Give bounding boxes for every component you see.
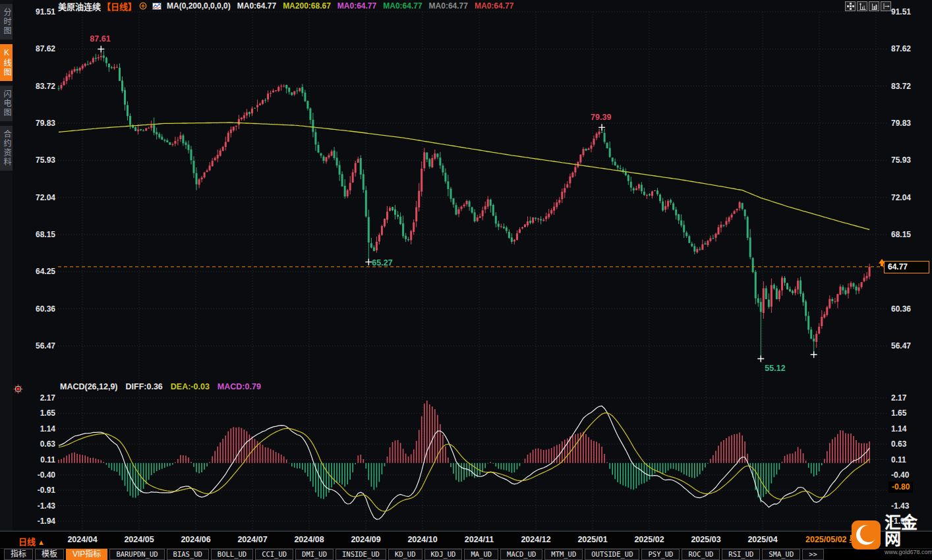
x-axis-date-3: 2024/07: [229, 535, 276, 544]
macd-header-part-3: MACD:0.79: [218, 382, 261, 391]
toolbar-button-2[interactable]: VIP指标: [66, 549, 107, 560]
pan-right-icon[interactable]: [881, 1, 891, 11]
x-axis-date-2: 2024/06: [173, 535, 219, 544]
x-axis-date-6: 2024/10: [399, 535, 446, 544]
x-axis-date-1: 2024/05: [116, 535, 162, 544]
x-axis-date-11: 2025/03: [683, 535, 729, 544]
toolbar-button-15[interactable]: PSY_UD: [641, 549, 680, 560]
toolbar-button-4[interactable]: BIAS_UD: [167, 549, 209, 560]
macd-indicator-readout: MACD(26,12,9)DIFF:0.36DEA:-0.03MACD:0.79: [60, 382, 261, 391]
x-axis-date-12: 2025/04: [740, 535, 786, 544]
trading-app-window: 分时图K线图闪电图合约资料 美原油连续 【日线】 MA(0,200,0,0,0,…: [0, 0, 932, 560]
toolbar-button-11[interactable]: MA_UD: [464, 549, 498, 560]
chart-tool-buttons: [845, 1, 891, 11]
axis-bars-icon[interactable]: [869, 1, 879, 11]
period-label: 日线: [18, 537, 36, 547]
toolbar-button-17[interactable]: RSI_UD: [722, 549, 760, 560]
macd-current-value-tag: -0.80: [888, 482, 913, 493]
indicator-toolbar: 指标模板VIP指标BARUPDN_UDBIAS_UDBOLL_UDCCI_UDD…: [0, 548, 932, 560]
toolbar-button-14[interactable]: OUTSIDE_UD: [585, 549, 639, 560]
toolbar-button-12[interactable]: MACD_UD: [500, 549, 542, 560]
toolbar-button-7[interactable]: DMI_UD: [295, 549, 334, 560]
x-axis-date-9: 2025/01: [569, 535, 616, 544]
x-axis-row: 日线▲ 2024/042024/052024/062024/072024/082…: [0, 531, 932, 549]
x-axis-date-4: 2024/08: [286, 535, 332, 544]
move-tool-icon[interactable]: [845, 1, 856, 11]
x-axis-date-10: 2025/02: [626, 535, 672, 544]
logo-url: www.gold678.com: [885, 549, 932, 555]
toolbar-button-16[interactable]: ROC_UD: [682, 549, 720, 560]
period-selector[interactable]: 日线▲: [18, 535, 45, 547]
macd-header-part-2: DEA:-0.03: [171, 382, 210, 391]
macd-header-part-0: MACD(26,12,9): [60, 382, 118, 391]
price-and-macd-chart[interactable]: [0, 0, 932, 534]
toolbar-button-19[interactable]: >>: [802, 549, 824, 560]
toolbar-button-10[interactable]: KDJ_UD: [424, 549, 463, 560]
toolbar-button-0[interactable]: 指标: [4, 549, 33, 560]
x-axis-date-8: 2024/12: [513, 535, 559, 544]
x-axis-date-5: 2024/09: [343, 535, 389, 544]
period-up-arrow-icon: ▲: [38, 538, 45, 546]
toolbar-button-18[interactable]: SMA_UD: [762, 549, 800, 560]
y-axis-scale-icon[interactable]: [857, 1, 867, 11]
site-watermark: 汇金网 www.gold678.com: [852, 518, 929, 551]
toolbar-button-1[interactable]: 模板: [35, 549, 64, 560]
toolbar-button-6[interactable]: CCI_UD: [255, 549, 293, 560]
current-price-tag: 64.77: [884, 261, 929, 273]
x-axis-date-0: 2024/04: [59, 535, 105, 544]
toolbar-button-8[interactable]: INSIDE_UD: [335, 549, 386, 560]
x-axis-date-7: 2024/11: [456, 535, 502, 544]
macd-header-part-1: DIFF:0.36: [126, 382, 163, 391]
toolbar-button-9[interactable]: KD_UD: [388, 549, 422, 560]
huijin-logo-icon: [852, 520, 881, 549]
alert-target-icon[interactable]: [13, 384, 23, 394]
toolbar-button-5[interactable]: BOLL_UD: [211, 549, 253, 560]
toolbar-button-3[interactable]: BARUPDN_UD: [109, 549, 164, 560]
toolbar-button-13[interactable]: MTM_UD: [544, 549, 583, 560]
logo-name: 汇金网: [885, 515, 932, 547]
